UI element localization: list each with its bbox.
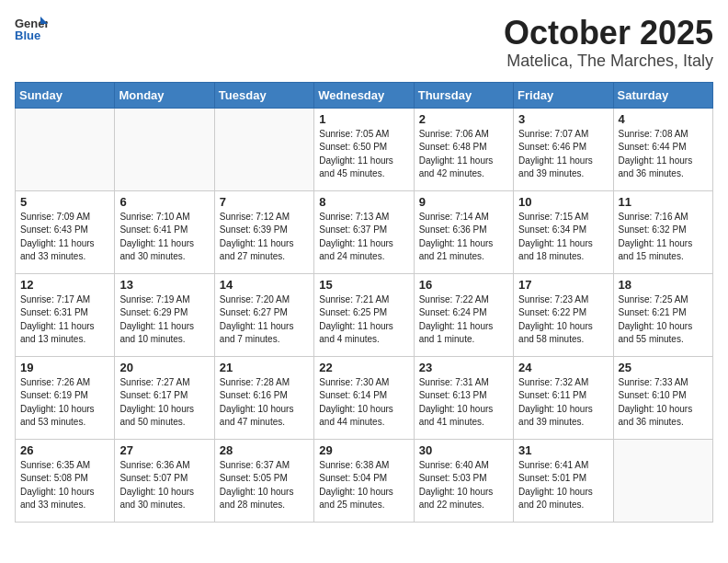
calendar-cell: 7Sunrise: 7:12 AM Sunset: 6:39 PM Daylig… <box>214 190 313 273</box>
day-info: Sunrise: 7:07 AM Sunset: 6:46 PM Dayligh… <box>518 128 608 181</box>
header-row: SundayMondayTuesdayWednesdayThursdayFrid… <box>16 82 713 108</box>
column-header-tuesday: Tuesday <box>214 82 313 108</box>
calendar-cell: 21Sunrise: 7:28 AM Sunset: 6:16 PM Dayli… <box>214 356 313 439</box>
day-number: 19 <box>20 361 109 374</box>
calendar-cell: 3Sunrise: 7:07 AM Sunset: 6:46 PM Daylig… <box>514 108 613 190</box>
day-info: Sunrise: 6:35 AM Sunset: 5:08 PM Dayligh… <box>20 459 109 512</box>
svg-text:Blue: Blue <box>15 29 40 42</box>
day-number: 13 <box>119 278 209 292</box>
day-number: 17 <box>518 278 608 292</box>
calendar-cell: 13Sunrise: 7:19 AM Sunset: 6:29 PM Dayli… <box>115 273 214 356</box>
calendar-table: SundayMondayTuesdayWednesdayThursdayFrid… <box>15 82 713 523</box>
day-info: Sunrise: 7:09 AM Sunset: 6:43 PM Dayligh… <box>20 211 109 264</box>
day-number: 26 <box>20 443 109 457</box>
week-row-1: 1Sunrise: 7:05 AM Sunset: 6:50 PM Daylig… <box>16 108 713 190</box>
calendar-cell: 18Sunrise: 7:25 AM Sunset: 6:21 PM Dayli… <box>613 273 712 356</box>
day-number: 14 <box>220 278 309 292</box>
column-header-sunday: Sunday <box>16 82 115 108</box>
calendar-cell: 26Sunrise: 6:35 AM Sunset: 5:08 PM Dayli… <box>16 439 115 522</box>
day-info: Sunrise: 7:30 AM Sunset: 6:14 PM Dayligh… <box>319 376 408 430</box>
column-header-monday: Monday <box>115 82 214 108</box>
day-number: 9 <box>419 195 508 209</box>
day-info: Sunrise: 7:12 AM Sunset: 6:39 PM Dayligh… <box>220 211 309 264</box>
calendar-cell: 12Sunrise: 7:17 AM Sunset: 6:31 PM Dayli… <box>16 273 115 356</box>
calendar-cell <box>16 108 115 190</box>
week-row-5: 26Sunrise: 6:35 AM Sunset: 5:08 PM Dayli… <box>16 439 713 522</box>
column-header-friday: Friday <box>514 82 613 108</box>
day-number: 30 <box>419 443 508 457</box>
calendar-cell: 15Sunrise: 7:21 AM Sunset: 6:25 PM Dayli… <box>314 273 414 356</box>
day-number: 8 <box>319 195 408 209</box>
day-number: 2 <box>419 112 508 126</box>
day-info: Sunrise: 7:23 AM Sunset: 6:22 PM Dayligh… <box>518 293 608 347</box>
day-number: 27 <box>119 443 209 457</box>
calendar-cell: 9Sunrise: 7:14 AM Sunset: 6:36 PM Daylig… <box>414 190 513 273</box>
day-info: Sunrise: 7:20 AM Sunset: 6:27 PM Dayligh… <box>220 293 309 347</box>
day-info: Sunrise: 7:08 AM Sunset: 6:44 PM Dayligh… <box>619 128 708 181</box>
day-info: Sunrise: 7:10 AM Sunset: 6:41 PM Dayligh… <box>119 211 209 264</box>
day-info: Sunrise: 7:14 AM Sunset: 6:36 PM Dayligh… <box>419 211 508 264</box>
title-area: October 2025 Matelica, The Marches, Ital… <box>504 15 713 71</box>
day-info: Sunrise: 7:27 AM Sunset: 6:17 PM Dayligh… <box>119 376 209 430</box>
day-info: Sunrise: 6:38 AM Sunset: 5:04 PM Dayligh… <box>319 459 408 512</box>
calendar-cell: 31Sunrise: 6:41 AM Sunset: 5:01 PM Dayli… <box>514 439 613 522</box>
day-number: 23 <box>419 361 508 374</box>
column-header-wednesday: Wednesday <box>314 82 414 108</box>
calendar-cell: 22Sunrise: 7:30 AM Sunset: 6:14 PM Dayli… <box>314 356 414 439</box>
day-number: 3 <box>518 112 608 126</box>
calendar-cell: 19Sunrise: 7:26 AM Sunset: 6:19 PM Dayli… <box>16 356 115 439</box>
day-info: Sunrise: 7:06 AM Sunset: 6:48 PM Dayligh… <box>419 128 508 181</box>
calendar-cell <box>115 108 214 190</box>
day-info: Sunrise: 7:17 AM Sunset: 6:31 PM Dayligh… <box>20 293 109 347</box>
day-info: Sunrise: 7:31 AM Sunset: 6:13 PM Dayligh… <box>419 376 508 430</box>
day-info: Sunrise: 6:41 AM Sunset: 5:01 PM Dayligh… <box>518 459 608 512</box>
calendar-cell: 29Sunrise: 6:38 AM Sunset: 5:04 PM Dayli… <box>314 439 414 522</box>
calendar-cell: 1Sunrise: 7:05 AM Sunset: 6:50 PM Daylig… <box>314 108 414 190</box>
calendar-cell: 28Sunrise: 6:37 AM Sunset: 5:05 PM Dayli… <box>214 439 313 522</box>
calendar-cell: 20Sunrise: 7:27 AM Sunset: 6:17 PM Dayli… <box>115 356 214 439</box>
day-number: 15 <box>319 278 408 292</box>
calendar-cell: 4Sunrise: 7:08 AM Sunset: 6:44 PM Daylig… <box>613 108 712 190</box>
day-number: 11 <box>619 195 708 209</box>
calendar-cell: 11Sunrise: 7:16 AM Sunset: 6:32 PM Dayli… <box>613 190 712 273</box>
day-number: 31 <box>518 443 608 457</box>
day-info: Sunrise: 7:25 AM Sunset: 6:21 PM Dayligh… <box>619 293 708 347</box>
calendar-cell: 30Sunrise: 6:40 AM Sunset: 5:03 PM Dayli… <box>414 439 513 522</box>
calendar-cell: 10Sunrise: 7:15 AM Sunset: 6:34 PM Dayli… <box>514 190 613 273</box>
day-number: 12 <box>20 278 109 292</box>
day-number: 18 <box>619 278 708 292</box>
day-info: Sunrise: 7:33 AM Sunset: 6:10 PM Dayligh… <box>619 376 708 430</box>
week-row-2: 5Sunrise: 7:09 AM Sunset: 6:43 PM Daylig… <box>16 190 713 273</box>
day-info: Sunrise: 7:05 AM Sunset: 6:50 PM Dayligh… <box>319 128 408 181</box>
week-row-3: 12Sunrise: 7:17 AM Sunset: 6:31 PM Dayli… <box>16 273 713 356</box>
logo: General Blue <box>15 15 51 42</box>
month-title: October 2025 <box>504 15 713 52</box>
day-info: Sunrise: 6:40 AM Sunset: 5:03 PM Dayligh… <box>419 459 508 512</box>
day-number: 28 <box>220 443 309 457</box>
day-number: 25 <box>619 361 708 374</box>
calendar-cell: 6Sunrise: 7:10 AM Sunset: 6:41 PM Daylig… <box>115 190 214 273</box>
week-row-4: 19Sunrise: 7:26 AM Sunset: 6:19 PM Dayli… <box>16 356 713 439</box>
calendar-cell: 17Sunrise: 7:23 AM Sunset: 6:22 PM Dayli… <box>514 273 613 356</box>
calendar-cell: 25Sunrise: 7:33 AM Sunset: 6:10 PM Dayli… <box>613 356 712 439</box>
day-number: 4 <box>619 112 708 126</box>
calendar-cell: 2Sunrise: 7:06 AM Sunset: 6:48 PM Daylig… <box>414 108 513 190</box>
calendar-cell: 23Sunrise: 7:31 AM Sunset: 6:13 PM Dayli… <box>414 356 513 439</box>
day-number: 24 <box>518 361 608 374</box>
day-info: Sunrise: 7:13 AM Sunset: 6:37 PM Dayligh… <box>319 211 408 264</box>
day-info: Sunrise: 6:37 AM Sunset: 5:05 PM Dayligh… <box>220 459 309 512</box>
logo-icon: General Blue <box>15 15 48 42</box>
day-info: Sunrise: 7:16 AM Sunset: 6:32 PM Dayligh… <box>619 211 708 264</box>
calendar-cell: 24Sunrise: 7:32 AM Sunset: 6:11 PM Dayli… <box>514 356 613 439</box>
calendar-cell <box>613 439 712 522</box>
day-number: 20 <box>119 361 209 374</box>
day-number: 16 <box>419 278 508 292</box>
day-info: Sunrise: 7:15 AM Sunset: 6:34 PM Dayligh… <box>518 211 608 264</box>
day-info: Sunrise: 7:21 AM Sunset: 6:25 PM Dayligh… <box>319 293 408 347</box>
day-info: Sunrise: 7:32 AM Sunset: 6:11 PM Dayligh… <box>518 376 608 430</box>
day-info: Sunrise: 7:22 AM Sunset: 6:24 PM Dayligh… <box>419 293 508 347</box>
day-info: Sunrise: 6:36 AM Sunset: 5:07 PM Dayligh… <box>119 459 209 512</box>
page-header: General Blue October 2025 Matelica, The … <box>15 15 713 71</box>
calendar-cell <box>214 108 313 190</box>
day-number: 10 <box>518 195 608 209</box>
